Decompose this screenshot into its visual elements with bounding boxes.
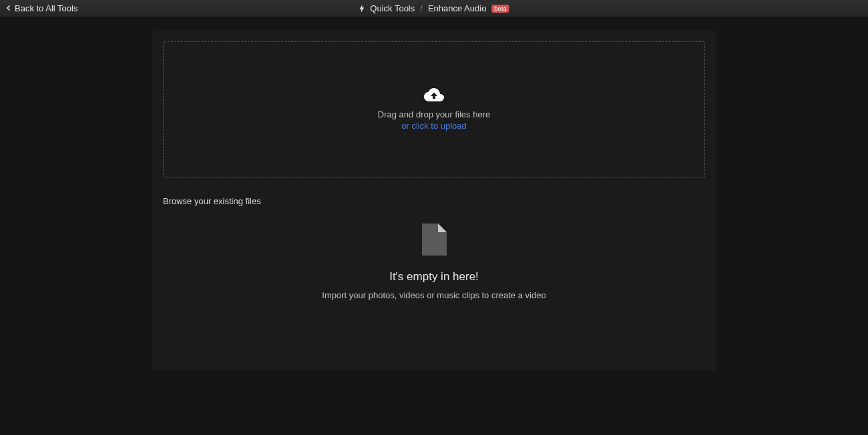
breadcrumb-separator: /: [420, 3, 423, 13]
empty-title: It's empty in here!: [389, 270, 479, 284]
empty-subtitle: Import your photos, videos or music clip…: [322, 290, 546, 300]
chevron-left-icon: [5, 3, 12, 13]
cloud-upload-icon: [424, 88, 444, 105]
click-to-upload-link[interactable]: or click to upload: [401, 121, 467, 131]
content-panel: Drag and drop your files here or click t…: [152, 31, 716, 371]
top-header: Back to All Tools Quick Tools / Enhance …: [0, 0, 868, 17]
breadcrumb: Quick Tools / Enhance Audio beta: [359, 3, 509, 13]
browse-section: Browse your existing files It's empty in…: [163, 196, 705, 360]
drop-text: Drag and drop your files here: [378, 109, 490, 119]
bolt-icon: [359, 5, 365, 13]
back-label: Back to All Tools: [15, 3, 77, 13]
back-to-all-tools-link[interactable]: Back to All Tools: [5, 3, 77, 13]
breadcrumb-current: Enhance Audio: [428, 3, 486, 13]
file-icon: [422, 224, 447, 258]
main-container: Drag and drop your files here or click t…: [0, 17, 868, 384]
browse-title: Browse your existing files: [163, 196, 705, 206]
breadcrumb-quick-tools[interactable]: Quick Tools: [370, 3, 415, 13]
beta-badge: beta: [491, 5, 509, 13]
file-drop-zone[interactable]: Drag and drop your files here or click t…: [163, 41, 705, 177]
empty-state: It's empty in here! Import your photos, …: [163, 220, 705, 360]
